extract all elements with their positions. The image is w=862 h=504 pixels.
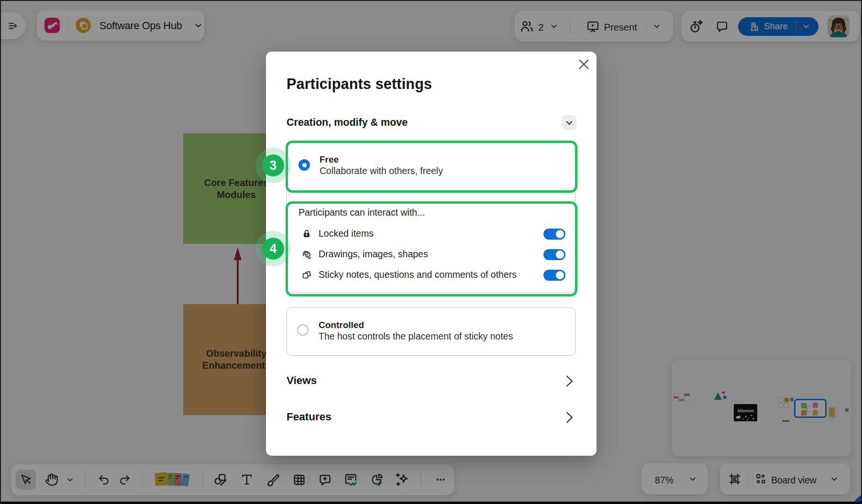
section-header: Creation, modify & move bbox=[287, 117, 408, 129]
chevron-right-icon bbox=[563, 411, 575, 424]
app-window: Core Features Modules Observability Enha… bbox=[0, 0, 862, 504]
close-button[interactable] bbox=[575, 55, 592, 73]
controlled-radio[interactable] bbox=[297, 324, 309, 336]
chevron-down-icon bbox=[565, 119, 574, 127]
close-icon bbox=[578, 59, 589, 70]
step-number: 4 bbox=[269, 241, 276, 256]
controlled-option-description: The host controls the placement of stick… bbox=[319, 331, 513, 342]
controlled-option-group[interactable]: Controlled The host controls the placeme… bbox=[287, 307, 575, 356]
section-collapse-button[interactable] bbox=[562, 115, 576, 130]
annotation-step-badge: 4 bbox=[262, 238, 284, 260]
annotation-step-badge: 3 bbox=[262, 154, 284, 176]
chevron-right-icon bbox=[563, 375, 575, 387]
views-label: Views bbox=[287, 374, 317, 386]
dialog-title: Participants settings bbox=[287, 76, 432, 92]
controlled-option-label[interactable]: Controlled bbox=[319, 319, 513, 331]
step-number: 3 bbox=[269, 158, 276, 173]
annotation-highlight-free bbox=[286, 141, 577, 193]
features-label: Features bbox=[287, 411, 332, 423]
annotation-highlight-interact bbox=[286, 201, 577, 296]
views-row[interactable]: Views bbox=[287, 374, 575, 394]
features-row[interactable]: Features bbox=[287, 411, 575, 430]
